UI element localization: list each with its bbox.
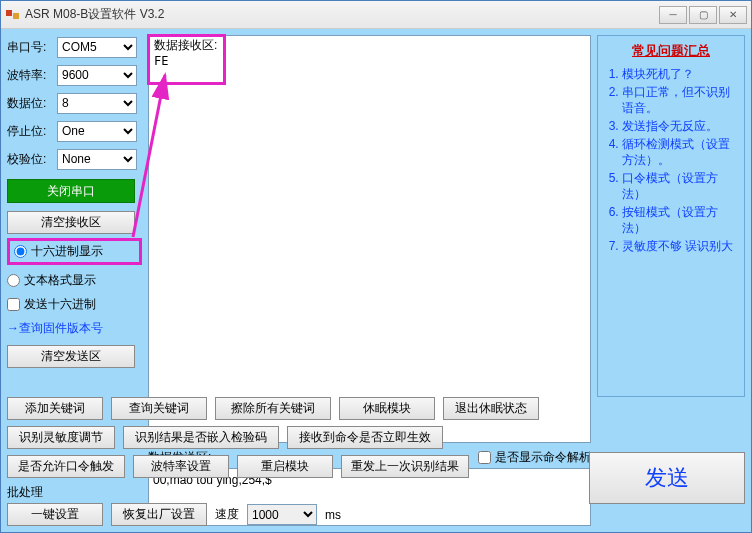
send-hex-checkbox[interactable]	[7, 298, 20, 311]
recv-data: FE	[154, 54, 168, 68]
svg-rect-1	[13, 13, 19, 19]
databits-label: 数据位:	[7, 95, 53, 112]
text-display-radio[interactable]	[7, 274, 20, 287]
clear-recv-button[interactable]: 清空接收区	[7, 211, 135, 234]
port-label: 串口号:	[7, 39, 53, 56]
one-key-setup-button[interactable]: 一键设置	[7, 503, 103, 526]
window-title: ASR M08-B设置软件 V3.2	[25, 6, 659, 23]
embed-check-button[interactable]: 识别结果是否嵌入检验码	[123, 426, 279, 449]
titlebar: ASR M08-B设置软件 V3.2 ─ ▢ ✕	[1, 1, 751, 29]
faq-item[interactable]: 按钮模式（设置方法）	[622, 204, 738, 236]
stopbits-label: 停止位:	[7, 123, 53, 140]
hex-display-label: 十六进制显示	[31, 243, 103, 260]
parity-label: 校验位:	[7, 151, 53, 168]
baud-label: 波特率:	[7, 67, 53, 84]
minimize-button[interactable]: ─	[659, 6, 687, 24]
sleep-module-button[interactable]: 休眠模块	[339, 397, 435, 420]
faq-item[interactable]: 灵敏度不够 误识别大	[622, 238, 738, 254]
faq-item[interactable]: 模块死机了？	[622, 66, 738, 82]
faq-list: 模块死机了？ 串口正常，但不识别语音。 发送指令无反应。 循环检测模式（设置方法…	[604, 66, 738, 254]
maximize-button[interactable]: ▢	[689, 6, 717, 24]
faq-item[interactable]: 串口正常，但不识别语音。	[622, 84, 738, 116]
stopbits-select[interactable]: One	[57, 121, 137, 142]
close-button[interactable]: ✕	[719, 6, 747, 24]
faq-item[interactable]: 循环检测模式（设置方法）。	[622, 136, 738, 168]
factory-reset-button[interactable]: 恢复出厂设置	[111, 503, 207, 526]
parity-select[interactable]: None	[57, 149, 137, 170]
restart-module-button[interactable]: 重启模块	[237, 455, 333, 478]
exit-sleep-button[interactable]: 退出休眠状态	[443, 397, 539, 420]
faq-item[interactable]: 发送指令无反应。	[622, 118, 738, 134]
query-firmware-link[interactable]: →查询固件版本号	[7, 320, 103, 337]
add-keyword-button[interactable]: 添加关键词	[7, 397, 103, 420]
cmd-effect-button[interactable]: 接收到命令是否立即生效	[287, 426, 443, 449]
speed-select[interactable]: 1000	[247, 504, 317, 525]
erase-keyword-button[interactable]: 擦除所有关键词	[215, 397, 331, 420]
speed-unit: ms	[325, 508, 341, 522]
app-icon	[5, 7, 21, 23]
databits-select[interactable]: 8	[57, 93, 137, 114]
send-hex-label: 发送十六进制	[24, 296, 96, 313]
faq-item[interactable]: 口令模式（设置方法）	[622, 170, 738, 202]
send-button[interactable]: 发送	[589, 452, 745, 504]
query-keyword-button[interactable]: 查询关键词	[111, 397, 207, 420]
baudrate-set-button[interactable]: 波特率设置	[133, 455, 229, 478]
bottom-panel: 添加关键词 查询关键词 擦除所有关键词 休眠模块 退出休眠状态 识别灵敏度调节 …	[7, 397, 745, 526]
port-select[interactable]: COM5	[57, 37, 137, 58]
svg-rect-0	[6, 10, 12, 16]
hex-display-highlight: 十六进制显示	[7, 238, 142, 265]
baud-select[interactable]: 9600	[57, 65, 137, 86]
text-display-label: 文本格式显示	[24, 272, 96, 289]
faq-title: 常见问题汇总	[604, 42, 738, 60]
recv-textarea[interactable]: 数据接收区: FE	[148, 35, 591, 443]
resend-last-button[interactable]: 重发上一次识别结果	[341, 455, 469, 478]
faq-panel: 常见问题汇总 模块死机了？ 串口正常，但不识别语音。 发送指令无反应。 循环检测…	[597, 35, 745, 397]
recv-highlight-box: 数据接收区: FE	[147, 34, 226, 85]
recv-label: 数据接收区:	[154, 37, 217, 54]
allow-password-button[interactable]: 是否允许口令触发	[7, 455, 125, 478]
close-port-button[interactable]: 关闭串口	[7, 179, 135, 203]
hex-display-radio[interactable]	[14, 245, 27, 258]
speed-label: 速度	[215, 506, 239, 523]
sensitivity-button[interactable]: 识别灵敏度调节	[7, 426, 115, 449]
clear-send-button[interactable]: 清空发送区	[7, 345, 135, 368]
